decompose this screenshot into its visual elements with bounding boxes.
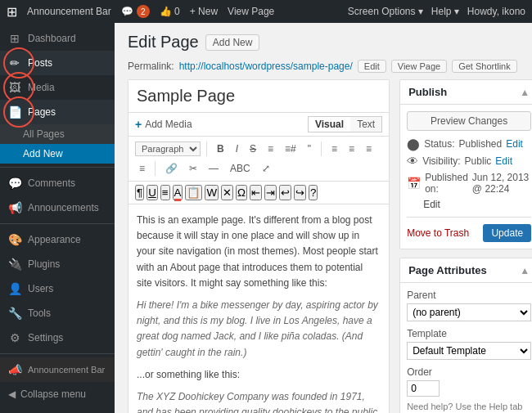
published-icon: 📅 xyxy=(407,177,421,190)
editor-toolbar-row2: ¶ U ≡ A 📋 W ✕ Ω ⇤ ⇥ ↩ ↪ ? xyxy=(128,182,389,204)
justify-btn[interactable]: ≡ xyxy=(160,185,170,200)
order-input[interactable] xyxy=(407,380,440,397)
content-paragraph-4: The XYZ Doohickey Company was founded in… xyxy=(137,389,381,413)
publish-panel-toggle[interactable]: ▲ xyxy=(520,87,530,98)
template-select[interactable]: Default Template xyxy=(407,342,531,360)
publish-panel: Publish ▲ Preview Changes ⬤ Status: Publ… xyxy=(399,79,532,249)
sidebar-item-comments[interactable]: 💬 Comments xyxy=(0,171,115,195)
sidebar-item-all-pages[interactable]: All Pages xyxy=(0,124,115,144)
editor-content-area[interactable]: This is an example page. It's different … xyxy=(128,204,389,413)
visibility-label: Visibility: xyxy=(422,155,460,167)
sidebar-item-add-new[interactable]: Add New xyxy=(0,144,115,164)
comments-icon: 💬 xyxy=(8,177,21,190)
parent-label: Parent xyxy=(407,290,531,301)
underline-btn[interactable]: U xyxy=(147,185,158,200)
strikethrough-btn[interactable]: S xyxy=(246,141,260,157)
plugins-icon: 🔌 xyxy=(8,258,21,271)
text-color-btn[interactable]: A xyxy=(173,185,183,200)
status-row: ⬤ Status: Published Edit xyxy=(407,137,531,150)
collapse-arrow-icon: ◀ xyxy=(8,388,16,400)
page-attributes-header[interactable]: Page Attributes ▲ xyxy=(400,258,532,283)
admin-bar: ⊞ Announcement Bar 💬 2 👍 0 + New View Pa… xyxy=(0,0,532,23)
align-center-btn[interactable]: ≡ xyxy=(345,141,358,157)
sidebar-item-posts[interactable]: ✏ Posts xyxy=(0,51,115,75)
content-paragraph-2: Hi there! I'm a bike messenger by day, a… xyxy=(137,298,381,361)
unordered-list-btn[interactable]: ≡ xyxy=(264,141,277,157)
move-to-trash-link[interactable]: Move to Trash xyxy=(407,227,469,239)
redo-btn[interactable]: ↪ xyxy=(294,185,306,200)
unlink-btn[interactable]: ✂ xyxy=(185,160,201,177)
published-row: 📅 Published on: Jun 12, 2013 @ 22:24 xyxy=(407,172,531,195)
spellcheck-btn[interactable]: ABC xyxy=(226,160,255,177)
visibility-icon: 👁 xyxy=(407,155,418,168)
help-btn[interactable]: Help ▾ xyxy=(431,6,459,17)
italic-btn[interactable]: I xyxy=(232,141,242,157)
clear-format-btn[interactable]: ✕ xyxy=(221,185,233,200)
ordered-list-btn[interactable]: ≡# xyxy=(281,141,300,157)
insert-more-btn[interactable]: — xyxy=(205,160,223,177)
sidebar-item-appearance[interactable]: 🎨 Appearance xyxy=(0,227,115,252)
view-page-btn[interactable]: View Page xyxy=(391,60,447,73)
published-value: Jun 12, 2013 @ 22:24 xyxy=(472,172,531,195)
add-new-button[interactable]: Add New xyxy=(205,34,260,51)
help-editor-btn[interactable]: ? xyxy=(309,185,318,200)
tab-visual[interactable]: Visual xyxy=(309,117,350,132)
paste-text-btn[interactable]: 📋 xyxy=(185,185,202,200)
publish-panel-header[interactable]: Publish ▲ xyxy=(400,80,532,105)
paste-word-btn[interactable]: W xyxy=(205,185,219,200)
sidebar-item-users[interactable]: 👤 Users xyxy=(0,276,115,301)
sidebar-item-dashboard[interactable]: ⊞ Dashboard xyxy=(0,26,115,51)
preview-changes-btn[interactable]: Preview Changes xyxy=(407,111,531,131)
plus-icon: + xyxy=(135,118,142,131)
align-justify-btn[interactable]: ≡ xyxy=(135,160,149,177)
page-attributes-toggle[interactable]: ▲ xyxy=(520,265,530,276)
comments-link[interactable]: 💬 2 xyxy=(121,5,150,18)
new-content-link[interactable]: + New xyxy=(190,6,218,17)
page-attributes-body: Parent (no parent) Template Default Temp… xyxy=(400,283,532,413)
outdent-btn[interactable]: ⇤ xyxy=(250,185,262,200)
content-paragraph-1: This is an example page. It's different … xyxy=(137,213,381,291)
sidebar-item-announcements[interactable]: 📢 Announcements xyxy=(0,195,115,220)
add-media-button[interactable]: + Add Media xyxy=(135,118,192,131)
parent-select[interactable]: (no parent) xyxy=(407,303,531,321)
fullscreen-btn[interactable]: ⤢ xyxy=(258,160,274,177)
collapse-menu-btn[interactable]: ◀ Collapse menu xyxy=(0,382,115,406)
view-page-link[interactable]: View Page xyxy=(228,6,274,17)
tab-text[interactable]: Text xyxy=(350,117,381,132)
indent-btn[interactable]: ⇥ xyxy=(264,185,277,200)
sidebar-item-announcement-bar[interactable]: 📣 Announcement Bar xyxy=(0,357,115,382)
post-editor: + Add Media Visual Text Paragraph xyxy=(128,79,390,413)
users-icon: 👤 xyxy=(8,282,21,295)
align-left-btn[interactable]: ≡ xyxy=(327,141,341,157)
get-shortlink-btn[interactable]: Get Shortlink xyxy=(452,60,517,73)
sidebar-item-tools[interactable]: 🔧 Tools xyxy=(0,301,115,325)
bold-btn[interactable]: B xyxy=(213,141,228,157)
page-attributes-title: Page Attributes xyxy=(408,264,487,276)
link-btn[interactable]: 🔗 xyxy=(161,160,182,177)
likes-icon[interactable]: 👍 0 xyxy=(160,6,180,17)
sidebar-item-plugins[interactable]: 🔌 Plugins xyxy=(0,252,115,276)
howdy-label: Howdy, ikono xyxy=(467,6,525,17)
format-select-btn[interactable]: ¶ xyxy=(135,185,144,200)
align-right-btn[interactable]: ≡ xyxy=(362,141,376,157)
paragraph-select[interactable]: Paragraph Heading 1 Heading 2 xyxy=(135,141,201,156)
sidebar-item-pages[interactable]: 📄 Pages xyxy=(0,100,115,124)
insert-char-btn[interactable]: Ω xyxy=(236,185,247,200)
screen-options-btn[interactable]: Screen Options ▾ xyxy=(348,6,423,17)
sidebar-item-media[interactable]: 🖼 Media xyxy=(0,75,115,100)
status-value: Published xyxy=(459,138,503,150)
visibility-edit-link[interactable]: Edit xyxy=(495,155,512,167)
blockquote-btn[interactable]: " xyxy=(304,141,315,157)
toolbar-separator-3 xyxy=(155,161,156,176)
status-edit-link[interactable]: Edit xyxy=(506,138,523,150)
site-name-link[interactable]: Announcement Bar xyxy=(27,6,111,17)
permalink-url[interactable]: http://localhost/wordpress/sample-page/ xyxy=(179,61,353,72)
wp-logo-icon[interactable]: ⊞ xyxy=(7,4,17,20)
permalink-edit-btn[interactable]: Edit xyxy=(358,60,386,73)
post-title-input[interactable] xyxy=(128,80,389,113)
sidebar-item-settings[interactable]: ⚙ Settings xyxy=(0,325,115,350)
undo-btn[interactable]: ↩ xyxy=(279,185,291,200)
help-text: Need help? Use the Help tab in the upper… xyxy=(407,402,531,413)
published-edit-link[interactable]: Edit xyxy=(423,199,440,210)
update-btn[interactable]: Update xyxy=(483,224,531,242)
